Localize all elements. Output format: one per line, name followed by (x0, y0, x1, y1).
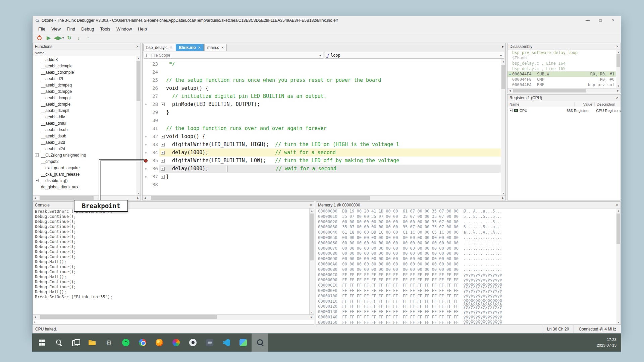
firefox-icon[interactable] (151, 334, 168, 352)
scrollbar-thumb[interactable] (40, 315, 217, 319)
menu-file[interactable]: File (35, 25, 48, 33)
scrollbar-thumb[interactable] (513, 89, 586, 93)
tab-close-icon[interactable]: × (198, 46, 201, 50)
tab-close-icon[interactable]: × (170, 46, 172, 50)
function-list-item[interactable]: +__disable_irq() (33, 177, 141, 184)
expand-icon[interactable]: + (35, 179, 39, 182)
function-list-item[interactable]: __aeabi_ui2d (33, 139, 141, 145)
scroll-right-icon[interactable]: ▶ (136, 196, 141, 200)
code-line-28[interactable]: 28+ pinMode(LED_BUILTIN, OUTPUT); (143, 100, 505, 108)
code-line-31[interactable]: 31// the loop function runs over and ove… (143, 124, 505, 132)
function-dropdown[interactable]: ƒ loop ▾ (325, 52, 504, 59)
code-line-23[interactable]: 23 */ (143, 60, 505, 68)
code-line-38[interactable]: 38 (143, 181, 505, 189)
scroll-left-icon[interactable]: ◀ (507, 88, 512, 93)
scroll-down-icon[interactable]: ▼ (616, 84, 621, 88)
function-list-item[interactable]: __cmpdf2 (33, 158, 141, 165)
function-list-item[interactable]: +__CLZ(long unsigned int) (33, 152, 141, 158)
code-line-29[interactable]: 29} (143, 108, 505, 116)
scroll-right-icon[interactable]: ▶ (501, 196, 505, 200)
disassembly-row[interactable]: 000044F8CMPR0, #0 (507, 77, 616, 82)
task-view-button[interactable] (67, 334, 84, 352)
scroll-up-icon[interactable]: ▲ (501, 59, 505, 64)
reset-button[interactable]: ↻ (65, 34, 73, 42)
function-list-item[interactable]: __aeabi_dcmplt (33, 107, 141, 114)
magnifier-icon[interactable] (252, 334, 268, 352)
console-hscrollbar[interactable]: ◀▶ (33, 314, 314, 319)
disassembly-hscrollbar[interactable]: ◀▶ (507, 88, 621, 93)
function-list-item[interactable]: __adddf3 (33, 56, 141, 63)
functions-hscrollbar[interactable]: ◀▶ (33, 195, 141, 200)
scroll-down-icon[interactable]: ▼ (501, 191, 505, 195)
scrollbar-thumb[interactable] (310, 214, 314, 260)
scroll-down-icon[interactable]: ▼ (616, 320, 621, 324)
upload-button[interactable]: ↑ (84, 34, 92, 42)
scroll-up-icon[interactable]: ▲ (616, 208, 621, 213)
code-line-25[interactable]: 25// the setup function runs once when y… (143, 76, 505, 84)
power-button[interactable] (35, 34, 43, 42)
function-list-item[interactable]: __aeabi_dcmpeq (33, 82, 141, 88)
close-icon[interactable]: × (616, 44, 619, 49)
code-editor[interactable]: 23 */2425// the setup function runs once… (143, 59, 505, 195)
close-icon[interactable]: × (136, 44, 139, 49)
menu-find[interactable]: Find (64, 25, 78, 33)
function-list-item[interactable]: __aeabi_d2f (33, 75, 141, 82)
registers-column-name[interactable]: Name (507, 102, 575, 106)
resume-button[interactable]: ▶ (45, 34, 53, 42)
scroll-down-icon[interactable]: ▼ (310, 310, 314, 314)
scroll-down-icon[interactable]: ▼ (136, 191, 141, 195)
scroll-up-icon[interactable]: ▲ (136, 56, 141, 60)
scrollbar-thumb[interactable] (137, 61, 140, 101)
search-button[interactable] (50, 334, 67, 352)
code-fold-icon[interactable]: + (161, 103, 165, 106)
github-icon[interactable] (184, 334, 201, 352)
taskbar-clock[interactable]: 17:23 2023-07-13 (597, 334, 616, 352)
code-line-37[interactable]: 37+} (143, 173, 505, 181)
editor-hscrollbar[interactable]: ◀▶ (143, 195, 505, 200)
code-fold-icon[interactable]: + (161, 143, 165, 146)
chrome-icon[interactable] (134, 334, 151, 352)
scrollbar-thumb[interactable] (151, 196, 370, 200)
disassembly-row[interactable]: ⇒000044F4SUB.WR0, R0, #1 (507, 71, 616, 77)
photos-icon[interactable] (235, 334, 252, 352)
expand-icon[interactable]: + (35, 153, 39, 157)
code-line-32[interactable]: 32+void loop() { (143, 132, 505, 140)
code-line-27[interactable]: 27 // initialize digital pin LED_BUILTIN… (143, 92, 505, 100)
registers-column-description[interactable]: Description (595, 102, 621, 106)
code-line-36[interactable]: 36+ delay(1000); // wait for a second (143, 165, 505, 173)
scrollbar-thumb[interactable] (40, 196, 94, 200)
vertical-scrollbar[interactable]: ▲▼ (616, 50, 621, 88)
function-list-item[interactable]: __aeabi_ddiv (33, 114, 141, 120)
scroll-left-icon[interactable]: ◀ (33, 196, 38, 200)
code-line-35[interactable]: 35+ digitalWrite(LED_BUILTIN, LOW); // t… (143, 157, 505, 165)
breakpoint-icon[interactable] (144, 159, 148, 163)
scroll-up-icon[interactable]: ▲ (616, 50, 621, 54)
code-line-33[interactable]: 33+ digitalWrite(LED_BUILTIN, HIGH); // … (143, 140, 505, 148)
code-fold-icon[interactable]: + (161, 167, 165, 171)
title-bar[interactable]: Ozone - The J-Link Debugger V3.30a - C:/… (33, 16, 621, 25)
start-button[interactable] (34, 334, 50, 352)
download-button[interactable]: ↓ (75, 34, 83, 42)
code-line-26[interactable]: 26void setup() { (143, 84, 505, 92)
capture-tool-icon[interactable] (201, 334, 218, 352)
close-icon[interactable]: × (616, 203, 619, 207)
vertical-scrollbar[interactable]: ▲▼ (501, 59, 505, 195)
vscode-icon[interactable] (218, 334, 235, 352)
function-list-item[interactable]: __cxa_guard_acquire (33, 165, 141, 171)
scroll-up-icon[interactable]: ▲ (310, 208, 314, 213)
maximize-button[interactable]: □ (594, 17, 607, 24)
function-list-item[interactable]: __aeabi_cdrcmple (33, 69, 141, 75)
code-fold-icon[interactable]: + (161, 151, 165, 155)
function-list-item[interactable]: __aeabi_dsub (33, 133, 141, 139)
step-button[interactable]: ◀▶▾ (54, 34, 64, 42)
function-list-item[interactable]: __aeabi_dcmpgt (33, 95, 141, 101)
tab-bsp-delay-c[interactable]: bsp_delay.c× (143, 44, 175, 51)
disassembly-row[interactable]: 000044FABNEbsp_prv_sof (507, 82, 616, 87)
registers-column-value[interactable]: Value (575, 102, 595, 106)
scrollbar-thumb[interactable] (616, 54, 620, 67)
vertical-scrollbar[interactable]: ▲▼ (136, 56, 141, 195)
close-icon[interactable]: × (616, 96, 619, 100)
paint-app-icon[interactable] (168, 334, 184, 352)
scroll-left-icon[interactable]: ◀ (33, 315, 38, 319)
scroll-left-icon[interactable]: ◀ (143, 196, 147, 200)
